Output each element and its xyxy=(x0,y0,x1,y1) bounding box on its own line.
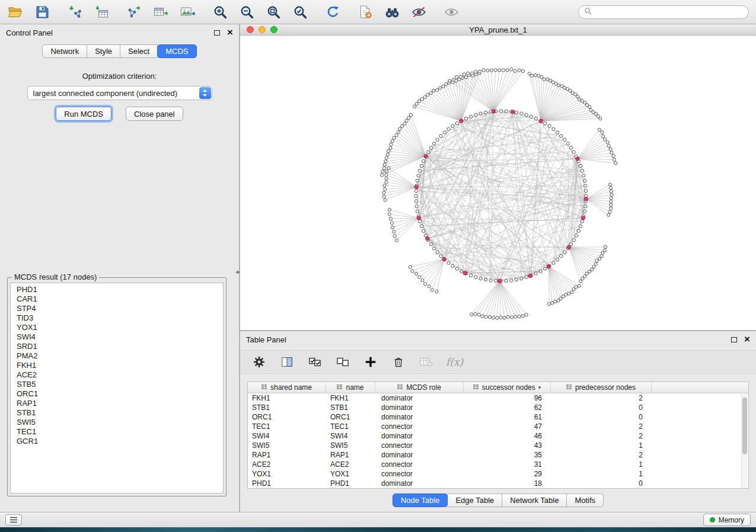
criterion-select[interactable]: largest connected component (undirected) xyxy=(27,86,212,100)
mcds-result-item[interactable]: ACE2 xyxy=(17,370,223,380)
cell-shared-name: SWI4 xyxy=(248,432,326,440)
mcds-result-item[interactable]: STP4 xyxy=(17,304,223,313)
network-canvas[interactable] xyxy=(240,36,756,330)
tab-edge-table[interactable]: Edge Table xyxy=(447,493,502,507)
add-row-icon[interactable] xyxy=(362,354,379,370)
tab-select[interactable]: Select xyxy=(120,44,158,58)
network-window-titlebar[interactable]: YPA_prune.txt_1 xyxy=(240,24,756,36)
close-panel-button[interactable]: Close panel xyxy=(126,107,183,121)
deselect-all-icon[interactable] xyxy=(334,354,351,370)
float-panel-icon[interactable] xyxy=(214,30,220,36)
hide-selected-icon[interactable] xyxy=(410,4,427,20)
mcds-result-item[interactable]: FKH1 xyxy=(17,361,223,370)
tab-style[interactable]: Style xyxy=(87,44,120,58)
table-row[interactable]: STB1STB1dominator620 xyxy=(248,403,748,412)
refresh-group xyxy=(324,4,341,20)
mcds-result-item[interactable]: TEC1 xyxy=(17,427,223,437)
column-header-successor-nodes[interactable]: successor nodes▾ xyxy=(464,382,551,393)
float-table-panel-icon[interactable] xyxy=(731,337,737,342)
table-row[interactable]: SWI4SWI4dominator462 xyxy=(248,431,748,441)
mcds-result-item[interactable]: CAR1 xyxy=(17,294,223,304)
search-binoculars-icon[interactable] xyxy=(384,4,400,20)
table-row[interactable]: ORC1ORC1dominator610 xyxy=(248,412,748,422)
mcds-result-item[interactable]: YOX1 xyxy=(17,323,223,332)
import-table-file-icon[interactable] xyxy=(93,4,110,20)
mcds-result-item[interactable]: STB5 xyxy=(17,380,223,389)
table-header-row: shared namenameMCDS rolesuccessor nodes▾… xyxy=(248,382,748,393)
close-window-icon[interactable] xyxy=(247,26,254,33)
export-network-icon[interactable] xyxy=(126,4,142,20)
refresh-view-icon[interactable] xyxy=(324,4,341,20)
table-row[interactable]: RAP1RAP1dominator352 xyxy=(248,450,748,460)
table-row[interactable]: ACE2ACE2connector311 xyxy=(248,460,748,469)
mcds-result-item[interactable]: STB1 xyxy=(17,408,223,418)
search-input[interactable] xyxy=(595,8,743,16)
status-menu-button[interactable] xyxy=(5,514,22,525)
cell-predecessor-nodes: 0 xyxy=(551,403,652,412)
mcds-result-item[interactable]: SRD1 xyxy=(17,342,223,351)
mcds-result-item[interactable]: SWI4 xyxy=(17,332,223,342)
show-all-icon[interactable] xyxy=(443,4,460,20)
splitter-grip-icon[interactable]: ◂▸ xyxy=(235,268,239,275)
criterion-select-value: largest connected component (undirected) xyxy=(33,89,178,98)
column-header-label: predecessor nodes xyxy=(575,383,636,392)
export-group xyxy=(126,4,196,20)
mcds-result-item[interactable]: GCR1 xyxy=(17,437,223,446)
close-table-panel-icon[interactable]: × xyxy=(744,336,750,343)
maximize-window-icon[interactable] xyxy=(270,26,277,33)
column-header-shared-name[interactable]: shared name xyxy=(248,382,326,393)
column-header-predecessor-nodes[interactable]: predecessor nodes xyxy=(551,382,652,393)
memory-button[interactable]: Memory xyxy=(703,514,751,526)
search-box[interactable] xyxy=(578,5,749,19)
table-row[interactable]: FKH1FKH1dominator962 xyxy=(248,393,748,403)
zoom-in-icon[interactable] xyxy=(212,4,228,20)
mcds-result-item[interactable]: PMA2 xyxy=(17,351,223,361)
table-row[interactable]: SWI5SWI5connector431 xyxy=(248,441,748,450)
table-row[interactable]: PHD1PHD1dominator180 xyxy=(248,479,748,488)
open-session-icon[interactable] xyxy=(7,4,24,20)
table-body: FKH1FKH1dominator962STB1STB1dominator620… xyxy=(248,393,748,488)
desktop-wallpaper-strip xyxy=(0,527,756,532)
import-network-file-icon[interactable] xyxy=(66,4,83,20)
mcds-result-item[interactable]: PHD1 xyxy=(17,285,223,294)
select-all-icon[interactable] xyxy=(307,354,323,370)
export-table-icon[interactable] xyxy=(152,4,169,20)
delete-row-icon[interactable] xyxy=(390,354,407,370)
mcds-result-item[interactable]: SWI5 xyxy=(17,418,223,427)
export-image-icon[interactable] xyxy=(179,4,196,20)
save-session-icon[interactable] xyxy=(34,4,50,20)
session-group xyxy=(7,4,50,20)
control-panel: Control Panel × NetworkStyleSelectMCDS O… xyxy=(0,24,240,512)
mcds-result-item[interactable]: ORC1 xyxy=(17,389,223,399)
tab-mcds[interactable]: MCDS xyxy=(157,44,196,58)
column-header-mcds-role[interactable]: MCDS role xyxy=(375,382,464,393)
mcds-result-list[interactable]: PHD1CAR1STP4TID3YOX1SWI4SRD1PMA2FKH1ACE2… xyxy=(10,283,224,493)
column-icon[interactable] xyxy=(279,354,295,370)
cell-shared-name: TEC1 xyxy=(248,422,326,431)
close-panel-icon[interactable]: × xyxy=(227,29,233,36)
zoom-selected-icon[interactable] xyxy=(292,4,308,20)
table-row[interactable]: TEC1TEC1connector472 xyxy=(248,422,748,431)
mcds-result-item[interactable]: RAP1 xyxy=(17,399,223,408)
mcds-result-item[interactable]: TID3 xyxy=(17,313,223,323)
tab-network[interactable]: Network xyxy=(42,44,87,58)
gear-icon[interactable] xyxy=(251,354,267,370)
column-header-name[interactable]: name xyxy=(326,382,375,393)
table-scrollbar[interactable] xyxy=(741,394,748,488)
tab-network-table[interactable]: Network Table xyxy=(502,493,567,507)
tab-node-table[interactable]: Node Table xyxy=(393,493,448,507)
zoom-out-icon[interactable] xyxy=(238,4,255,20)
cell-name: ORC1 xyxy=(326,413,375,421)
run-mcds-button[interactable]: Run MCDS xyxy=(56,107,111,121)
cell-shared-name: SWI5 xyxy=(248,441,326,450)
export-document-icon[interactable] xyxy=(357,4,374,20)
cell-shared-name: FKH1 xyxy=(248,394,326,402)
table-row[interactable]: YOX1YOX1connector291 xyxy=(248,469,748,479)
column-grid-icon xyxy=(337,383,343,392)
mcds-buttons-row: Run MCDS Close panel xyxy=(0,107,239,121)
zoom-fit-icon[interactable] xyxy=(265,4,282,20)
tab-motifs[interactable]: Motifs xyxy=(566,493,604,507)
minimize-window-icon[interactable] xyxy=(259,26,266,33)
scrollbar-thumb[interactable] xyxy=(742,398,747,454)
cell-shared-name: ACE2 xyxy=(248,460,326,469)
